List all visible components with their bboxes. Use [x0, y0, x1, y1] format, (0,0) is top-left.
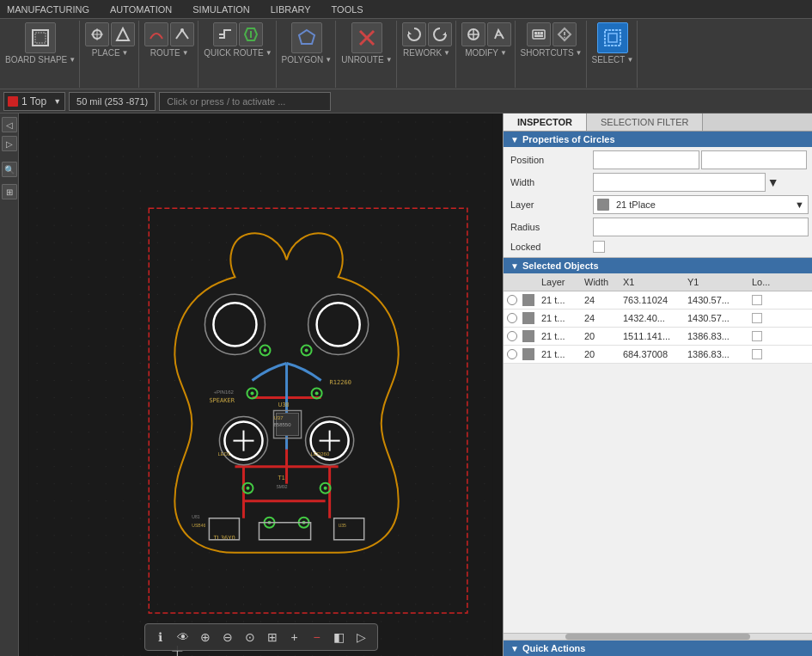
- menu-simulation[interactable]: SIMULATION: [189, 3, 253, 16]
- row-width-3: 20: [581, 329, 620, 343]
- tool-group-select: SELECT▼: [589, 21, 638, 88]
- pcb-canvas[interactable]: SPEAKER +PIN162 R12260 U38 U37 858550 T1…: [19, 113, 503, 656]
- svg-text:+PIN162: +PIN162: [213, 389, 234, 395]
- unroute-label: UNROUTE▼: [341, 55, 392, 64]
- modify-label: MODIFY▼: [465, 48, 507, 58]
- table-row[interactable]: 21 t... 20 1511.141... 1386.83...: [504, 328, 812, 346]
- main-area: ◁ ▷ 🔍 ⊞: [0, 113, 812, 656]
- grid-btn[interactable]: ⊞: [262, 627, 283, 647]
- left-nav-fwd[interactable]: ▷: [2, 136, 17, 151]
- row-y1-4: 1386.83...: [684, 347, 748, 361]
- menu-library[interactable]: LIBRARY: [267, 3, 314, 16]
- board-shape-btn[interactable]: [25, 22, 56, 53]
- zoom-fit-btn[interactable]: ⊙: [240, 627, 260, 647]
- width-dropdown-icon[interactable]: ▼: [767, 175, 779, 189]
- search-placeholder: Click or press / to activate ...: [167, 96, 285, 107]
- rework-btn-2[interactable]: [428, 22, 452, 46]
- svg-text:U35: U35: [339, 523, 346, 528]
- tool-group-route: ROUTE▼: [141, 21, 198, 88]
- tool-group-polygon: POLYGON▼: [278, 21, 337, 88]
- scrollbar-thumb[interactable]: [565, 634, 750, 640]
- svg-text:R12260: R12260: [330, 379, 351, 387]
- tab-inspector[interactable]: INSPECTOR: [504, 113, 587, 131]
- tab-selection-filter[interactable]: SELECTION FILTER: [587, 113, 703, 131]
- modify-btn-1[interactable]: [461, 22, 485, 46]
- search-box[interactable]: Click or press / to activate ...: [159, 92, 331, 111]
- properties-header[interactable]: ▼ Properties of Circles: [504, 132, 812, 147]
- left-zoom[interactable]: 🔍: [2, 162, 17, 177]
- row-x1-1: 763.11024: [620, 293, 684, 307]
- zoom-in-btn[interactable]: ⊕: [195, 627, 216, 647]
- place-label: PLACE▼: [92, 48, 129, 58]
- position-x-input[interactable]: [593, 150, 699, 169]
- polygon-label: POLYGON▼: [282, 55, 333, 64]
- row-x1-4: 684.37008: [620, 347, 684, 361]
- locked-label: Locked: [504, 238, 589, 255]
- shortcuts-btn-2[interactable]: [553, 22, 577, 46]
- locked-value: [589, 238, 812, 255]
- route-btn-1[interactable]: [144, 22, 168, 46]
- shortcuts-btn-1[interactable]: [527, 22, 551, 46]
- rework-btn-1[interactable]: [402, 22, 426, 46]
- svg-point-44: [250, 392, 253, 395]
- add-btn[interactable]: +: [284, 627, 305, 647]
- board-shape-label: BOARD SHAPE▼: [5, 55, 76, 64]
- coord-display: 50 mil (253 -871): [69, 92, 156, 111]
- svg-text:T1: T1: [278, 475, 285, 481]
- table-row[interactable]: 21 t... 20 684.37008 1386.83...: [504, 346, 812, 364]
- unroute-btn[interactable]: [351, 22, 382, 53]
- radius-label: Radius: [504, 216, 589, 238]
- col-header-x1: X1: [620, 275, 684, 289]
- svg-point-42: [305, 348, 308, 352]
- menu-tools[interactable]: TOOLS: [328, 3, 367, 16]
- left-tool-1[interactable]: ⊞: [2, 184, 17, 199]
- mode1-btn[interactable]: ◧: [329, 627, 350, 647]
- row-width-1: 24: [581, 293, 620, 307]
- quick-actions-header[interactable]: ▼ Quick Actions: [504, 641, 812, 656]
- info-btn[interactable]: ℹ: [150, 627, 171, 647]
- width-input[interactable]: [593, 173, 766, 192]
- menu-automation[interactable]: AUTOMATION: [107, 3, 175, 16]
- horizontal-scrollbar[interactable]: [504, 633, 812, 640]
- canvas-area[interactable]: SPEAKER +PIN162 R12260 U38 U37 858550 T1…: [19, 113, 503, 656]
- svg-point-6: [180, 28, 184, 32]
- table-row[interactable]: 21 t... 24 1432.40... 1430.57...: [504, 310, 812, 328]
- layer-color-swatch: [597, 199, 609, 211]
- quick-route-btn-2[interactable]: [239, 22, 263, 46]
- row-lock-4: [748, 347, 774, 361]
- route-label: ROUTE▼: [150, 48, 189, 58]
- row-layer-3: 21 t...: [538, 329, 581, 343]
- width-label: Width: [504, 171, 589, 193]
- properties-arrow-icon: ▼: [510, 135, 519, 144]
- layer-select-field[interactable]: 21 tPlace ▼: [593, 195, 809, 214]
- row-circle-icon-4: [504, 347, 521, 361]
- menu-manufacturing[interactable]: MANUFACTURING: [3, 3, 93, 16]
- mode2-btn[interactable]: ▷: [351, 627, 372, 647]
- tool-group-modify: MODIFY▼: [458, 21, 516, 88]
- selected-objects-header[interactable]: ▼ Selected Objects: [504, 258, 812, 273]
- svg-marker-5: [117, 28, 129, 40]
- bottom-toolbar: ℹ 👁 ⊕ ⊖ ⊙ ⊞ + − ◧ ▷: [144, 623, 378, 651]
- svg-marker-9: [299, 30, 314, 44]
- place-btn-2[interactable]: [111, 22, 135, 46]
- left-nav-back[interactable]: ◁: [2, 117, 17, 132]
- place-btn-1[interactable]: [85, 22, 109, 46]
- col-header-swatch: [521, 275, 538, 289]
- table-row[interactable]: 21 t... 24 763.11024 1430.57...: [504, 291, 812, 310]
- position-y-input[interactable]: [701, 150, 808, 169]
- select-btn[interactable]: [597, 22, 628, 53]
- zoom-out-btn[interactable]: ⊖: [217, 627, 238, 647]
- modify-btn-2[interactable]: [487, 22, 511, 46]
- view-btn[interactable]: 👁: [173, 627, 193, 647]
- remove-btn[interactable]: −: [307, 627, 327, 647]
- radius-input[interactable]: [593, 218, 809, 236]
- svg-rect-27: [608, 34, 617, 42]
- tool-group-rework: REWORK▼: [399, 21, 456, 88]
- polygon-btn[interactable]: [291, 22, 322, 53]
- quick-route-btn-1[interactable]: [213, 22, 237, 46]
- route-btn-2[interactable]: [170, 22, 194, 46]
- svg-point-52: [324, 487, 327, 490]
- layer-select[interactable]: 1 Top ▼: [3, 92, 65, 111]
- locked-checkbox[interactable]: [593, 241, 605, 253]
- row-y1-2: 1430.57...: [684, 311, 748, 325]
